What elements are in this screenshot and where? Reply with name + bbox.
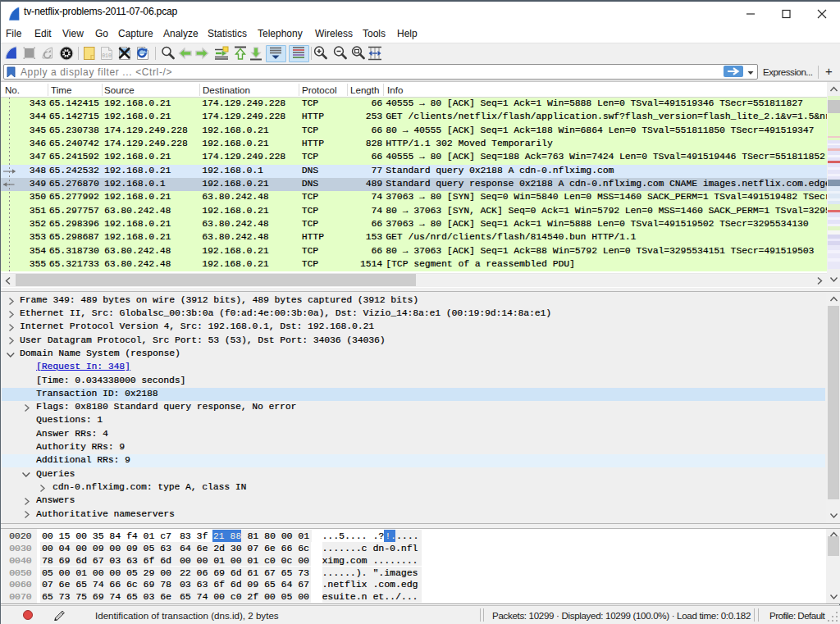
svg-text:010: 010 [102, 53, 112, 59]
